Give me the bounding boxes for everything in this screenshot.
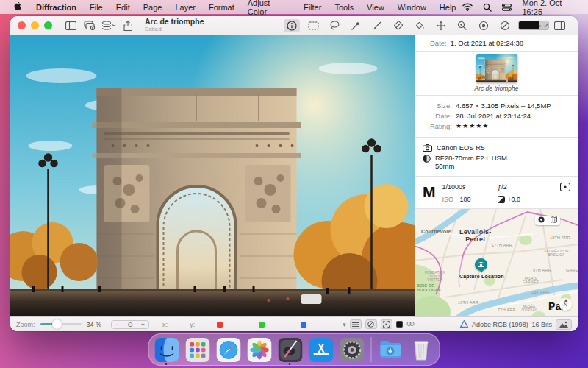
photo-canvas[interactable] [10,35,415,316]
map-zoom-in-button[interactable]: + [550,303,554,312]
blue-swatch[interactable] [301,322,306,328]
dock [148,333,440,366]
info-inspector: Date: 1. Oct 2021 at 02:24:38 Arc de tri… [415,35,578,316]
dock-diffraction-icon[interactable] [279,338,303,362]
image-preview-button[interactable] [556,319,572,330]
focus-area-button[interactable] [381,319,392,329]
look-around-button[interactable] [538,216,545,224]
rating-label: Rating: [421,122,452,131]
menu-layer[interactable]: Layer [168,3,202,12]
disable-overlay-button[interactable] [365,319,377,329]
dock-finder-icon[interactable] [155,338,179,362]
color-well-controls[interactable]: c [539,21,549,29]
menu-format[interactable]: Format [202,3,241,12]
menu-adjust-color[interactable]: Adjust Color [241,0,297,16]
window-title-block: Arc de triomphe Edited [145,18,204,32]
aperture: ƒ/2 [498,183,553,191]
fill-tool-icon[interactable] [412,19,428,32]
rating-stars[interactable]: ★★★★★ [456,122,489,131]
x-coordinate-label: x: [162,321,168,328]
current-color-swatch[interactable] [519,21,539,29]
menu-window[interactable]: Window [391,3,433,12]
red-swatch[interactable] [217,322,223,328]
eraser-tool-icon[interactable] [390,19,406,32]
zoom-window-button[interactable] [44,21,52,29]
zoom-slider[interactable] [40,323,82,325]
map-label-7th: 7TH ARR. [498,308,517,312]
brush-tool-icon[interactable] [369,19,385,32]
eyedropper-tool-icon[interactable] [348,19,364,32]
menu-help[interactable]: Help [433,3,463,12]
no-overlay-tool-icon[interactable] [497,19,513,32]
dock-appstore-icon[interactable] [309,338,334,362]
menu-filter[interactable]: Filter [297,3,328,12]
info-tool-icon[interactable] [284,19,300,32]
zoom-fit-button[interactable]: ⊙ [123,321,137,328]
apple-menu-icon[interactable] [7,2,29,12]
close-button[interactable] [18,21,26,29]
map-label-courbevoie: Courbevoie [421,229,451,234]
rows-view-button[interactable] [350,319,362,329]
date-value: 28. Jul 2021 at 23:14:24 [456,112,531,121]
menu-view[interactable]: View [360,3,391,12]
wifi-icon[interactable] [462,3,473,11]
menu-file[interactable]: File [83,3,110,12]
color-well[interactable]: c [518,21,549,30]
y-coordinate-label: y: [190,321,195,328]
map-zoom-out-button[interactable]: − [537,303,542,312]
compensation-value: +0,0 [507,196,520,203]
control-center-icon[interactable] [502,4,512,11]
zoom-tool-icon[interactable] [454,19,470,32]
pattern-icon[interactable] [406,321,415,328]
app-window: Arc de triomphe Edited c [10,16,578,331]
sidebar-toggle-icon[interactable] [62,19,79,32]
marquee-tool-icon[interactable] [305,19,321,32]
compensation-cell: +0,0 [498,194,553,203]
date-header-value: 1. Oct 2021 at 02:24:38 [451,39,523,47]
menu-tools[interactable]: Tools [328,3,360,12]
share-icon[interactable] [120,19,136,32]
menu-app-name[interactable]: Diffraction [29,3,83,12]
menu-page[interactable]: Page [137,3,169,12]
date-header-label: Date: [430,39,447,47]
photo-settings-icon[interactable] [82,19,98,32]
target-tool-icon[interactable] [476,19,492,32]
capture-location-pin[interactable] [475,258,487,271]
window-toolbar: Arc de triomphe Edited c [10,16,578,35]
minimize-button[interactable] [31,21,39,29]
dock-trash-icon[interactable] [409,338,434,362]
inspector-toggle-icon[interactable] [551,19,567,32]
background-color-swatch[interactable] [396,321,403,328]
lasso-tool-icon[interactable] [326,19,343,32]
map-label-sacre-coeur: SACRÉ-CŒUR BASILICA [542,250,571,257]
capture-location-map[interactable]: Courbevoie Levallois-Perret 17TH ARR. 18… [415,209,578,316]
map-label-bois: BOIS DEBOULOGNE [417,283,441,292]
colorspace-value[interactable]: Adobe RGB (1998) [472,321,528,328]
menu-edit[interactable]: Edit [110,3,137,12]
status-bar: Zoom: 34 % − ⊙ + x: y: ▾ Adobe RGB (1998… [10,316,578,331]
dock-launchpad-icon[interactable] [186,338,210,362]
zoom-stepper: − ⊙ + [111,320,149,329]
dock-settings-icon[interactable] [340,338,365,362]
photo-thumbnail[interactable] [476,54,517,82]
green-swatch[interactable] [259,322,265,328]
layers-menu-icon[interactable] [101,19,117,32]
dock-downloads-icon[interactable] [379,338,403,362]
map-label-palais-garnier: PALAIS GARNIER [520,277,542,284]
search-icon[interactable] [483,3,492,12]
map-style-button[interactable] [551,216,557,224]
menu-clock[interactable]: Mon 2. Oct 16:25 [522,0,581,16]
chevron-down-icon[interactable]: ▾ [343,321,346,328]
move-tool-icon[interactable] [433,19,449,32]
zoom-out-button[interactable]: − [112,321,123,328]
iso-label: ISO [442,196,454,203]
map-label-gare: GARE [566,268,578,272]
zoom-in-button[interactable]: + [137,321,148,328]
map-label-16th: 16TH ARR. [458,300,480,305]
inspector-date-header: Date: 1. Oct 2021 at 02:24:38 [415,35,578,52]
thumbnail-section: Arc de triomphe [415,52,578,96]
compass-button[interactable]: N [559,298,572,311]
dock-photos-icon[interactable] [248,338,272,362]
bit-depth-value[interactable]: 16 Bits [531,321,552,328]
dock-safari-icon[interactable] [217,338,241,362]
